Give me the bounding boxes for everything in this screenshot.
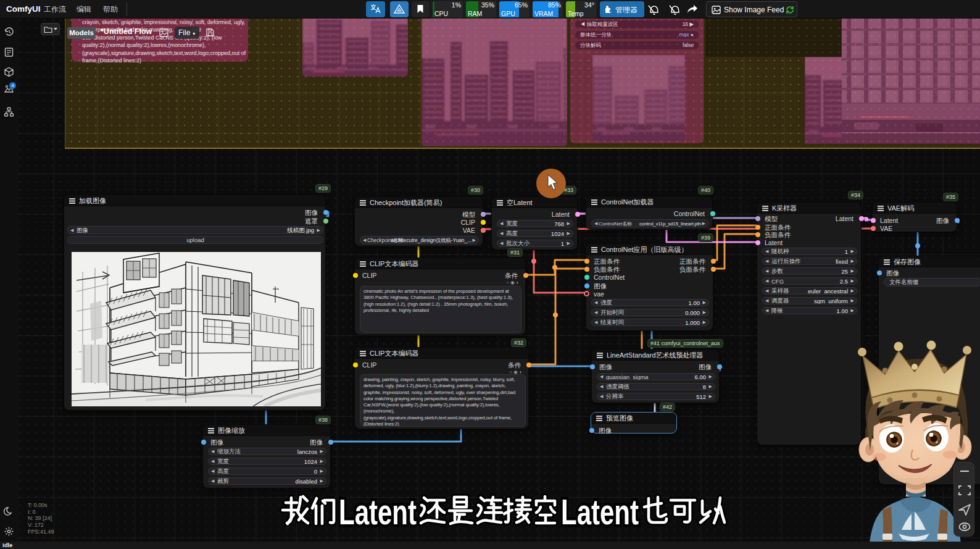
- svg-text:Latent: Latent: [561, 492, 639, 532]
- svg-text:Latent: Latent: [339, 492, 417, 532]
